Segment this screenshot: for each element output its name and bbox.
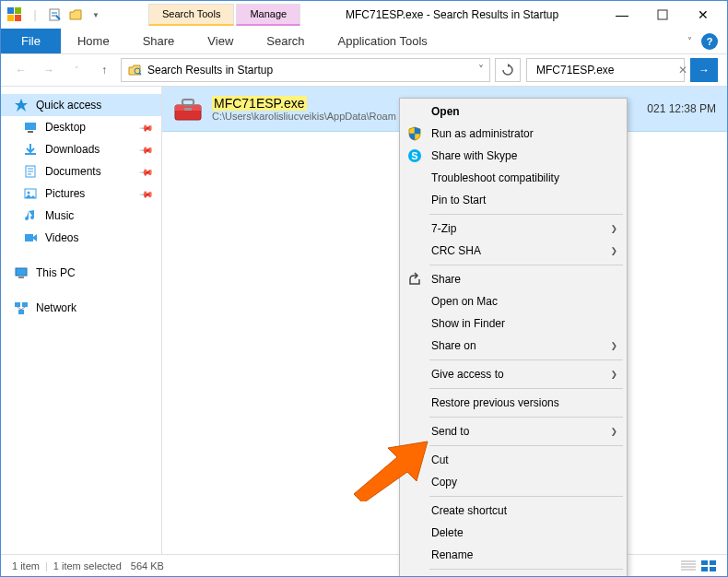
network-icon xyxy=(14,300,29,315)
tool-tab-manage[interactable]: Manage xyxy=(236,4,300,25)
search-location-icon xyxy=(127,63,142,77)
context-menu-item-open-on-mac[interactable]: Open on Mac xyxy=(400,290,627,312)
ribbon-tab-apptools[interactable]: Application Tools xyxy=(322,29,444,53)
close-button[interactable]: ✕ xyxy=(685,3,722,27)
context-menu-item-troubleshoot-compatibility[interactable]: Troubleshoot compatibility xyxy=(400,167,627,189)
sidebar-this-pc[interactable]: This PC xyxy=(1,262,161,284)
search-box[interactable]: ✕ xyxy=(526,58,685,82)
sidebar-item-label: Pictures xyxy=(45,187,85,200)
context-menu-label: Cut xyxy=(431,453,449,466)
context-menu-item-share[interactable]: Share xyxy=(400,268,627,290)
submenu-arrow-icon: ❯ xyxy=(611,244,617,257)
context-menu-item-run-as-administrator[interactable]: Run as administrator xyxy=(400,123,627,145)
maximize-button[interactable] xyxy=(644,3,681,27)
search-input[interactable] xyxy=(536,64,675,77)
context-menu-item-rename[interactable]: Rename xyxy=(400,544,627,566)
context-menu-label: CRC SHA xyxy=(431,244,481,257)
sidebar-quick-access[interactable]: Quick access xyxy=(1,94,161,116)
context-menu-label: Pin to Start xyxy=(431,194,486,206)
refresh-button[interactable] xyxy=(495,58,521,82)
svg-rect-21 xyxy=(182,100,194,105)
forward-button[interactable]: → xyxy=(38,59,60,81)
sidebar-item-downloads[interactable]: Downloads📌 xyxy=(1,138,161,160)
context-menu-item-open-file-location[interactable]: Open file location xyxy=(400,572,627,577)
minimize-button[interactable]: — xyxy=(604,3,640,27)
sidebar-item-desktop[interactable]: Desktop📌 xyxy=(1,116,161,138)
details-view-icon[interactable] xyxy=(681,560,696,571)
qat-newfolder-icon[interactable] xyxy=(67,6,84,23)
svg-rect-16 xyxy=(15,302,20,307)
context-menu-label: Share xyxy=(431,273,461,286)
svg-rect-1 xyxy=(15,7,21,14)
context-menu-item-show-in-finder[interactable]: Show in Finder xyxy=(400,312,627,335)
downloads-icon xyxy=(23,142,38,157)
search-go-button[interactable]: → xyxy=(690,58,718,82)
clear-search-icon[interactable]: ✕ xyxy=(678,64,687,77)
context-menu-item-share-on[interactable]: Share on❯ xyxy=(400,335,627,357)
context-menu-item-delete[interactable]: Delete xyxy=(400,522,627,544)
up-button[interactable]: ↑ xyxy=(93,59,115,81)
svg-rect-5 xyxy=(658,10,667,19)
sidebar-item-label: Videos xyxy=(45,231,78,244)
svg-rect-22 xyxy=(184,108,192,111)
videos-icon xyxy=(23,230,38,245)
help-icon[interactable]: ? xyxy=(701,33,718,50)
recent-dropdown[interactable]: ˅ xyxy=(65,59,88,81)
context-menu-separator xyxy=(429,496,623,497)
sidebar-item-documents[interactable]: Documents📌 xyxy=(1,160,161,183)
context-menu-label: Restore previous versions xyxy=(431,396,559,409)
context-menu-separator xyxy=(429,388,623,389)
pin-icon: 📌 xyxy=(139,186,154,201)
context-menu-item-send-to[interactable]: Send to❯ xyxy=(400,420,627,442)
context-menu-label: Open on Mac xyxy=(431,295,498,308)
music-icon xyxy=(23,208,38,223)
ribbon-collapse-icon[interactable]: ˅ xyxy=(687,36,692,46)
context-menu-label: Share with Skype xyxy=(431,149,517,162)
svg-rect-14 xyxy=(16,268,27,276)
back-button[interactable]: ← xyxy=(10,59,32,81)
titlebar: | ▼ Search ToolsManage MFC71ESP.exe - Se… xyxy=(1,1,727,29)
context-menu-item-restore-previous-versions[interactable]: Restore previous versions xyxy=(400,392,627,414)
thumbnails-view-icon[interactable] xyxy=(701,560,716,571)
context-menu-item-pin-to-start[interactable]: Pin to Start xyxy=(400,189,627,211)
pin-icon: 📌 xyxy=(139,164,154,179)
ribbon-tab-share[interactable]: Share xyxy=(126,29,192,53)
svg-rect-8 xyxy=(25,123,36,130)
context-menu-item-create-shortcut[interactable]: Create shortcut xyxy=(400,500,627,522)
file-tab[interactable]: File xyxy=(1,29,61,53)
context-menu-separator xyxy=(429,265,623,265)
context-menu-item-give-access-to[interactable]: Give access to❯ xyxy=(400,363,627,385)
submenu-arrow-icon: ❯ xyxy=(611,339,617,352)
svg-rect-15 xyxy=(18,277,24,278)
submenu-arrow-icon: ❯ xyxy=(611,425,617,438)
pc-icon xyxy=(14,265,29,280)
ribbon-tab-search[interactable]: Search xyxy=(250,29,321,53)
address-dropdown-icon[interactable]: ˅ xyxy=(478,64,484,77)
sidebar-network[interactable]: Network xyxy=(1,297,161,319)
svg-rect-17 xyxy=(22,302,28,307)
skype-icon: S xyxy=(407,148,422,163)
ribbon-tab-home[interactable]: Home xyxy=(61,29,126,53)
context-menu-item-7-zip[interactable]: 7-Zip❯ xyxy=(400,218,627,240)
sidebar-item-videos[interactable]: Videos xyxy=(1,227,161,249)
context-menu-item-cut[interactable]: Cut xyxy=(400,449,627,471)
qat-dropdown-icon[interactable]: ▼ xyxy=(88,6,104,23)
context-menu-label: Share on xyxy=(431,339,476,352)
context-menu-item-open[interactable]: Open xyxy=(400,100,627,123)
sidebar-item-pictures[interactable]: Pictures📌 xyxy=(1,183,161,205)
sidebar-item-music[interactable]: Music xyxy=(1,205,161,227)
context-menu-item-crc-sha[interactable]: CRC SHA❯ xyxy=(400,240,627,262)
address-bar[interactable]: Search Results in Startup ˅ xyxy=(121,58,490,82)
qat-properties-icon[interactable] xyxy=(47,6,64,23)
submenu-arrow-icon: ❯ xyxy=(611,222,617,235)
context-menu-label: Troubleshoot compatibility xyxy=(431,171,559,184)
context-menu-item-share-with-skype[interactable]: SShare with Skype xyxy=(400,145,627,167)
context-menu-separator xyxy=(429,359,623,360)
context-menu: OpenRun as administratorSShare with Skyp… xyxy=(399,98,628,577)
context-menu-item-copy[interactable]: Copy xyxy=(400,471,627,493)
ribbon-tab-view[interactable]: View xyxy=(191,29,250,53)
breadcrumb[interactable]: Search Results in Startup xyxy=(147,64,273,77)
tool-tab-search[interactable]: Search Tools xyxy=(148,4,234,25)
shield-icon xyxy=(407,126,422,141)
documents-icon xyxy=(23,164,38,179)
